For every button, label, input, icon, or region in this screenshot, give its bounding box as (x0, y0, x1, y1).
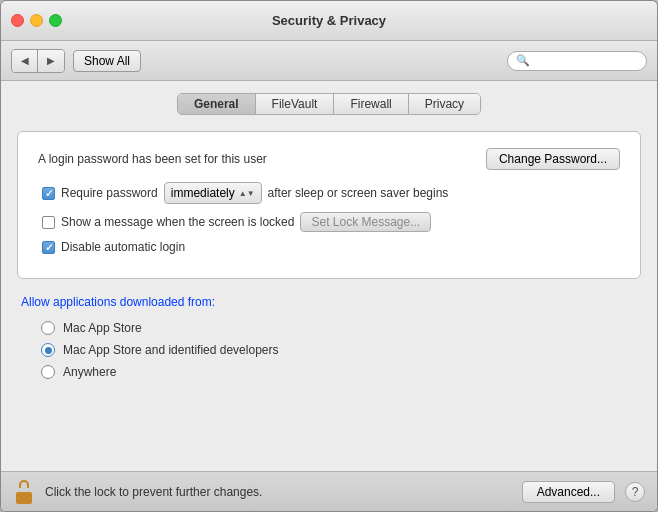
help-button[interactable]: ? (625, 482, 645, 502)
login-row: A login password has been set for this u… (38, 148, 620, 170)
disable-login-row: Disable automatic login (38, 240, 620, 254)
tab-firewall[interactable]: Firewall (334, 94, 408, 114)
radio-anywhere: Anywhere (21, 365, 637, 379)
lock-status-text: Click the lock to prevent further change… (45, 485, 512, 499)
lock-icon[interactable] (13, 480, 35, 504)
lock-message-label: Show a message when the screen is locked (61, 215, 294, 229)
disable-login-checkbox[interactable] (42, 241, 55, 254)
mac-app-store-identified-radio[interactable] (41, 343, 55, 357)
lock-message-row: Show a message when the screen is locked… (38, 212, 620, 232)
tab-general[interactable]: General (178, 94, 256, 114)
mac-app-store-label: Mac App Store (63, 321, 142, 335)
mac-app-store-identified-label: Mac App Store and identified developers (63, 343, 278, 357)
tab-filevault[interactable]: FileVault (256, 94, 335, 114)
window-title: Security & Privacy (272, 13, 386, 28)
dropdown-value: immediately (171, 186, 235, 200)
minimize-button[interactable] (30, 14, 43, 27)
lock-message-checkbox[interactable] (42, 216, 55, 229)
search-icon: 🔍 (516, 54, 530, 67)
search-input[interactable] (534, 54, 638, 68)
require-password-row: Require password immediately ▲▼ after sl… (38, 182, 620, 204)
disable-login-label: Disable automatic login (61, 240, 185, 254)
mac-app-store-radio[interactable] (41, 321, 55, 335)
forward-button[interactable]: ▶ (38, 50, 64, 72)
maximize-button[interactable] (49, 14, 62, 27)
password-timing-dropdown[interactable]: immediately ▲▼ (164, 182, 262, 204)
anywhere-radio[interactable] (41, 365, 55, 379)
radio-mac-app-store-identified: Mac App Store and identified developers (21, 343, 637, 357)
require-password-prefix: Require password (61, 186, 158, 200)
general-panel: A login password has been set for this u… (17, 131, 641, 279)
dropdown-arrow-icon: ▲▼ (239, 189, 255, 198)
advanced-button[interactable]: Advanced... (522, 481, 615, 503)
content-area: General FileVault Firewall Privacy A log… (1, 81, 657, 471)
nav-buttons: ◀ ▶ (11, 49, 65, 73)
change-password-button[interactable]: Change Password... (486, 148, 620, 170)
require-password-suffix: after sleep or screen saver begins (268, 186, 449, 200)
allow-title: Allow applications downloaded from: (21, 295, 637, 309)
toolbar: ◀ ▶ Show All 🔍 (1, 41, 657, 81)
require-password-checkbox[interactable] (42, 187, 55, 200)
main-window: Security & Privacy ◀ ▶ Show All 🔍 Genera… (0, 0, 658, 512)
allow-title-text: Allow applications downloaded from: (21, 295, 215, 309)
login-text: A login password has been set for this u… (38, 152, 267, 166)
lock-body (16, 492, 32, 504)
show-all-button[interactable]: Show All (73, 50, 141, 72)
tab-privacy[interactable]: Privacy (409, 94, 480, 114)
radio-mac-app-store: Mac App Store (21, 321, 637, 335)
traffic-lights (11, 14, 62, 27)
tab-bar: General FileVault Firewall Privacy (177, 93, 481, 115)
bottom-bar: Click the lock to prevent further change… (1, 471, 657, 511)
tabs-container: General FileVault Firewall Privacy (17, 93, 641, 115)
back-button[interactable]: ◀ (12, 50, 38, 72)
titlebar: Security & Privacy (1, 1, 657, 41)
search-box: 🔍 (507, 51, 647, 71)
allow-section: Allow applications downloaded from: Mac … (17, 295, 641, 379)
set-lock-message-button[interactable]: Set Lock Message... (300, 212, 431, 232)
close-button[interactable] (11, 14, 24, 27)
lock-shackle (19, 480, 29, 488)
anywhere-label: Anywhere (63, 365, 116, 379)
